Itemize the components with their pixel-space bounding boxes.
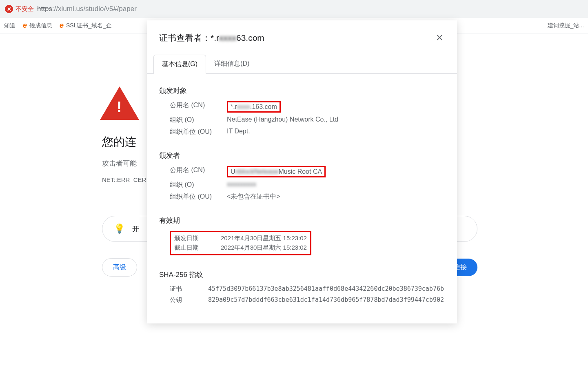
issuer-section: 颁发者 公用名 (CN) UnblockNeteaseMusic Root CA… [159,151,445,201]
validity-section: 有效期 颁发日期 2021年4月30日星期五 15:23:02 截止日期 202… [159,216,445,255]
subject-section: 颁发对象 公用名 (CN) *.rxxxx.163.com 组织 (O) Net… [159,86,445,136]
tab-general[interactable]: 基本信息(G) [153,55,206,74]
expires-date: 2022年4月30日星期六 15:23:02 [221,244,307,252]
subject-cn-row: 公用名 (CN) *.rxxxx.163.com [159,101,445,113]
cert-fingerprint-row: 证书 45f75d3097b66137b3e8ab3256481aaff0d68… [159,285,445,293]
security-label: 不安全 [16,5,34,13]
subject-o-row: 组织 (O) NetEase (Hangzhou) Network Co., L… [159,116,445,124]
highlight-box: 颁发日期 2021年4月30日星期五 15:23:02 截止日期 2022年4月… [170,231,311,255]
issuer-cn-row: 公用名 (CN) UnblockNeteaseMusic Root CA [159,166,445,177]
highlight-box: UnblockNeteaseMusic Root CA [227,166,326,177]
close-icon[interactable]: ✕ [434,31,445,45]
section-title-validity: 有效期 [159,216,445,225]
section-title-subject: 颁发对象 [159,86,445,95]
url-display[interactable]: https://xiumi.us/studio/v5#/paper [37,5,137,13]
bookmark-e-icon: e [23,21,27,30]
cert-tabs: 基本信息(G) 详细信息(D) [147,55,457,74]
section-title-fingerprint: SHA-256 指纹 [159,270,445,279]
lightbulb-icon: 💡 [114,224,125,234]
danger-icon: ✕ [5,5,13,13]
bookmark-e-icon: e [60,21,64,30]
bookmark-item[interactable]: e SSL证书_域名_企 [60,21,112,30]
pubkey-fingerprint-row: 公钥 829a09c57d7bdddf663cbe631dc1fa14d736d… [159,296,445,304]
highlight-box: *.rxxxx.163.com [227,101,281,113]
certificate-viewer-modal: 证书查看者： *.rxxxx63.com ✕ 基本信息(G) 详细信息(D) 颁… [147,20,457,323]
advanced-button[interactable]: 高级 [102,258,137,277]
security-badge[interactable]: ✕ 不安全 [5,5,34,13]
browser-address-bar: ✕ 不安全 https://xiumi.us/studio/v5#/paper [0,0,588,18]
warning-triangle-icon [100,86,139,120]
modal-title: 证书查看者： *.rxxxx63.com [159,32,264,44]
protection-text: 开 [132,224,139,234]
fingerprint-section: SHA-256 指纹 证书 45f75d3097b66137b3e8ab3256… [159,270,445,304]
bookmark-item[interactable]: 建词挖掘_站... [548,22,584,29]
issuer-o-row: 组织 (O) xxxxxxxxx [159,181,445,189]
issuer-ou-row: 组织单位 (OU) <未包含在证书中> [159,193,445,201]
section-title-issuer: 颁发者 [159,151,445,160]
modal-body: 颁发对象 公用名 (CN) *.rxxxx.163.com 组织 (O) Net… [147,74,457,323]
modal-header: 证书查看者： *.rxxxx63.com ✕ [147,20,457,48]
bookmark-item[interactable]: e 锐成信息 [23,21,52,30]
issued-date: 2021年4月30日星期五 15:23:02 [221,235,307,242]
tab-details[interactable]: 详细信息(D) [206,55,257,73]
subject-ou-row: 组织单位 (OU) IT Dept. [159,128,445,136]
bookmark-item[interactable]: 知道 [4,22,16,29]
